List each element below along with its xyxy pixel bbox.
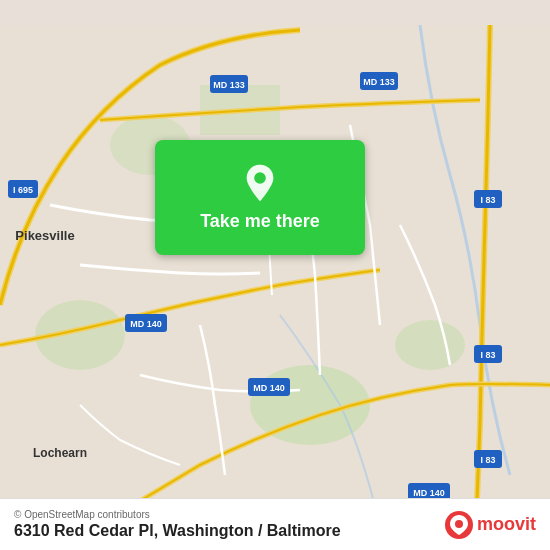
svg-text:Lochearn: Lochearn: [33, 446, 87, 460]
moovit-logo: moovit: [445, 511, 536, 539]
take-me-there-button[interactable]: Take me there: [155, 140, 365, 255]
address-text: 6310 Red Cedar Pl, Washington / Baltimor…: [14, 522, 341, 540]
copyright-text: © OpenStreetMap contributors: [14, 509, 341, 520]
svg-text:MD 133: MD 133: [213, 80, 245, 90]
svg-text:I 83: I 83: [480, 195, 495, 205]
svg-text:MD 133: MD 133: [363, 77, 395, 87]
bottom-bar: © OpenStreetMap contributors 6310 Red Ce…: [0, 498, 550, 550]
map-container: I 695 MD 133 MD 133 I 83 I 83 I 83 MD 14…: [0, 0, 550, 550]
svg-text:Pikesville: Pikesville: [15, 228, 74, 243]
map-background: I 695 MD 133 MD 133 I 83 I 83 I 83 MD 14…: [0, 0, 550, 550]
take-me-there-label: Take me there: [200, 211, 320, 232]
address-info: © OpenStreetMap contributors 6310 Red Ce…: [14, 509, 341, 540]
svg-point-3: [395, 320, 465, 370]
svg-text:MD 140: MD 140: [413, 488, 445, 498]
svg-text:I 83: I 83: [480, 350, 495, 360]
location-pin-icon: [240, 163, 280, 203]
svg-point-27: [254, 172, 266, 184]
svg-point-29: [455, 520, 463, 528]
svg-text:MD 140: MD 140: [253, 383, 285, 393]
svg-text:I 83: I 83: [480, 455, 495, 465]
moovit-brand-text: moovit: [477, 514, 536, 535]
moovit-logo-icon: [445, 511, 473, 539]
svg-text:I 695: I 695: [13, 185, 33, 195]
svg-text:MD 140: MD 140: [130, 319, 162, 329]
